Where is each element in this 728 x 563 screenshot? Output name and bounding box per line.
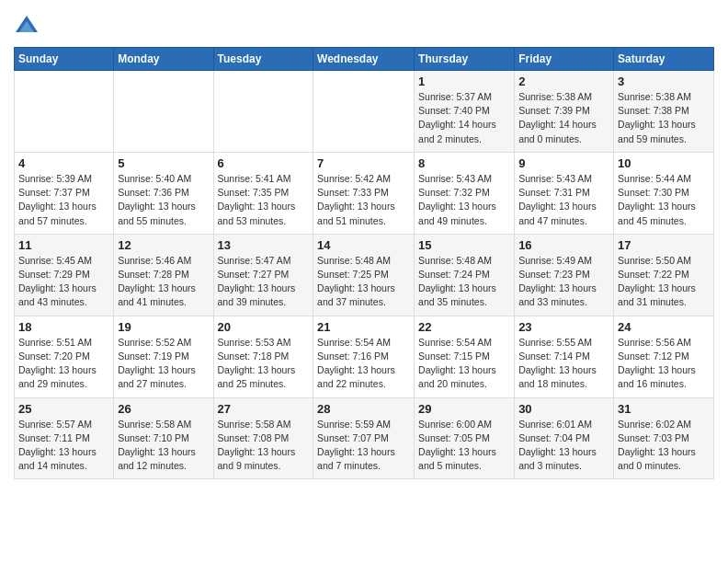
day-number: 6: [218, 156, 310, 170]
calendar-cell: 28Sunrise: 5:59 AMSunset: 7:07 PMDayligh…: [313, 397, 415, 479]
day-info: Sunrise: 5:44 AMSunset: 7:30 PMDaylight:…: [618, 172, 710, 228]
day-info: Sunrise: 5:57 AMSunset: 7:11 PMDaylight:…: [18, 418, 109, 474]
day-info: Sunrise: 6:02 AMSunset: 7:03 PMDaylight:…: [618, 418, 710, 474]
day-number: 11: [18, 238, 109, 252]
calendar-cell: 21Sunrise: 5:54 AMSunset: 7:16 PMDayligh…: [313, 316, 415, 397]
calendar-cell: 31Sunrise: 6:02 AMSunset: 7:03 PMDayligh…: [614, 397, 714, 479]
day-number: 7: [317, 156, 410, 170]
day-number: 16: [518, 238, 609, 252]
calendar-cell: 29Sunrise: 6:00 AMSunset: 7:05 PMDayligh…: [415, 397, 515, 479]
calendar-cell: 12Sunrise: 5:46 AMSunset: 7:28 PMDayligh…: [114, 234, 213, 316]
logo: [14, 14, 43, 40]
day-number: 21: [317, 320, 410, 334]
day-number: 1: [418, 75, 510, 88]
calendar-cell: 25Sunrise: 5:57 AMSunset: 7:11 PMDayligh…: [15, 397, 114, 479]
day-info: Sunrise: 6:01 AMSunset: 7:04 PMDaylight:…: [518, 418, 609, 474]
calendar-cell: 24Sunrise: 5:56 AMSunset: 7:12 PMDayligh…: [614, 316, 714, 397]
day-number: 25: [18, 402, 109, 416]
day-info: Sunrise: 5:51 AMSunset: 7:20 PMDaylight:…: [18, 336, 109, 392]
weekday-header: Tuesday: [213, 48, 313, 71]
day-info: Sunrise: 5:54 AMSunset: 7:15 PMDaylight:…: [418, 336, 510, 392]
day-number: 12: [118, 238, 209, 252]
day-info: Sunrise: 5:53 AMSunset: 7:18 PMDaylight:…: [218, 336, 310, 392]
day-info: Sunrise: 5:38 AMSunset: 7:38 PMDaylight:…: [618, 90, 710, 146]
day-number: 15: [418, 238, 510, 252]
day-number: 23: [518, 320, 609, 334]
day-info: Sunrise: 5:37 AMSunset: 7:40 PMDaylight:…: [418, 90, 510, 146]
day-number: 27: [218, 402, 310, 416]
day-info: Sunrise: 5:40 AMSunset: 7:36 PMDaylight:…: [118, 172, 209, 228]
day-number: 9: [518, 156, 609, 170]
day-number: 8: [418, 156, 510, 170]
weekday-header: Saturday: [614, 48, 714, 71]
calendar-cell: [313, 71, 415, 153]
calendar-cell: 23Sunrise: 5:55 AMSunset: 7:14 PMDayligh…: [515, 316, 614, 397]
calendar-cell: 14Sunrise: 5:48 AMSunset: 7:25 PMDayligh…: [313, 234, 415, 316]
day-info: Sunrise: 5:49 AMSunset: 7:23 PMDaylight:…: [518, 254, 609, 310]
calendar-cell: 20Sunrise: 5:53 AMSunset: 7:18 PMDayligh…: [213, 316, 313, 397]
day-number: 5: [118, 156, 209, 170]
day-info: Sunrise: 5:45 AMSunset: 7:29 PMDaylight:…: [18, 254, 109, 310]
day-number: 29: [418, 402, 510, 416]
calendar-cell: [114, 71, 213, 153]
calendar-week-row: 25Sunrise: 5:57 AMSunset: 7:11 PMDayligh…: [15, 397, 714, 479]
day-number: 13: [218, 238, 310, 252]
calendar-cell: 30Sunrise: 6:01 AMSunset: 7:04 PMDayligh…: [515, 397, 614, 479]
day-number: 28: [317, 402, 410, 416]
day-info: Sunrise: 5:47 AMSunset: 7:27 PMDaylight:…: [218, 254, 310, 310]
calendar-cell: 1Sunrise: 5:37 AMSunset: 7:40 PMDaylight…: [415, 71, 515, 153]
day-number: 10: [618, 156, 710, 170]
calendar-cell: 22Sunrise: 5:54 AMSunset: 7:15 PMDayligh…: [415, 316, 515, 397]
calendar-week-row: 18Sunrise: 5:51 AMSunset: 7:20 PMDayligh…: [15, 316, 714, 397]
day-info: Sunrise: 6:00 AMSunset: 7:05 PMDaylight:…: [418, 418, 510, 474]
day-info: Sunrise: 5:39 AMSunset: 7:37 PMDaylight:…: [18, 172, 109, 228]
day-info: Sunrise: 5:48 AMSunset: 7:24 PMDaylight:…: [418, 254, 510, 310]
day-number: 18: [18, 320, 109, 334]
calendar-cell: 13Sunrise: 5:47 AMSunset: 7:27 PMDayligh…: [213, 234, 313, 316]
page-header: [14, 9, 714, 40]
calendar-cell: [213, 71, 313, 153]
day-number: 24: [618, 320, 710, 334]
day-number: 31: [618, 402, 710, 416]
calendar-cell: 15Sunrise: 5:48 AMSunset: 7:24 PMDayligh…: [415, 234, 515, 316]
day-number: 4: [18, 156, 109, 170]
calendar-cell: 2Sunrise: 5:38 AMSunset: 7:39 PMDaylight…: [515, 71, 614, 153]
weekday-header: Thursday: [415, 48, 515, 71]
calendar-cell: 9Sunrise: 5:43 AMSunset: 7:31 PMDaylight…: [515, 152, 614, 234]
day-info: Sunrise: 5:43 AMSunset: 7:31 PMDaylight:…: [518, 172, 609, 228]
day-info: Sunrise: 5:58 AMSunset: 7:08 PMDaylight:…: [218, 418, 310, 474]
day-info: Sunrise: 5:52 AMSunset: 7:19 PMDaylight:…: [118, 336, 209, 392]
calendar-cell: 4Sunrise: 5:39 AMSunset: 7:37 PMDaylight…: [15, 152, 114, 234]
calendar-week-row: 11Sunrise: 5:45 AMSunset: 7:29 PMDayligh…: [15, 234, 714, 316]
day-number: 20: [218, 320, 310, 334]
calendar-cell: [15, 71, 114, 153]
day-info: Sunrise: 5:59 AMSunset: 7:07 PMDaylight:…: [317, 418, 410, 474]
day-number: 2: [518, 75, 609, 88]
weekday-header: Monday: [114, 48, 213, 71]
day-info: Sunrise: 5:55 AMSunset: 7:14 PMDaylight:…: [518, 336, 609, 392]
day-info: Sunrise: 5:43 AMSunset: 7:32 PMDaylight:…: [418, 172, 510, 228]
calendar-week-row: 4Sunrise: 5:39 AMSunset: 7:37 PMDaylight…: [15, 152, 714, 234]
calendar-cell: 5Sunrise: 5:40 AMSunset: 7:36 PMDaylight…: [114, 152, 213, 234]
day-info: Sunrise: 5:58 AMSunset: 7:10 PMDaylight:…: [118, 418, 209, 474]
calendar-cell: 3Sunrise: 5:38 AMSunset: 7:38 PMDaylight…: [614, 71, 714, 153]
day-info: Sunrise: 5:54 AMSunset: 7:16 PMDaylight:…: [317, 336, 410, 392]
day-number: 3: [618, 75, 710, 88]
weekday-header: Sunday: [15, 48, 114, 71]
calendar-cell: 17Sunrise: 5:50 AMSunset: 7:22 PMDayligh…: [614, 234, 714, 316]
calendar-cell: 26Sunrise: 5:58 AMSunset: 7:10 PMDayligh…: [114, 397, 213, 479]
weekday-header: Wednesday: [313, 48, 415, 71]
calendar-cell: 27Sunrise: 5:58 AMSunset: 7:08 PMDayligh…: [213, 397, 313, 479]
calendar-week-row: 1Sunrise: 5:37 AMSunset: 7:40 PMDaylight…: [15, 71, 714, 153]
day-info: Sunrise: 5:46 AMSunset: 7:28 PMDaylight:…: [118, 254, 209, 310]
day-info: Sunrise: 5:48 AMSunset: 7:25 PMDaylight:…: [317, 254, 410, 310]
calendar-cell: 7Sunrise: 5:42 AMSunset: 7:33 PMDaylight…: [313, 152, 415, 234]
calendar-cell: 19Sunrise: 5:52 AMSunset: 7:19 PMDayligh…: [114, 316, 213, 397]
day-info: Sunrise: 5:41 AMSunset: 7:35 PMDaylight:…: [218, 172, 310, 228]
calendar-cell: 8Sunrise: 5:43 AMSunset: 7:32 PMDaylight…: [415, 152, 515, 234]
calendar-table: SundayMondayTuesdayWednesdayThursdayFrid…: [14, 47, 714, 479]
logo-icon: [14, 14, 40, 40]
day-number: 30: [518, 402, 609, 416]
calendar-cell: 16Sunrise: 5:49 AMSunset: 7:23 PMDayligh…: [515, 234, 614, 316]
calendar-cell: 10Sunrise: 5:44 AMSunset: 7:30 PMDayligh…: [614, 152, 714, 234]
